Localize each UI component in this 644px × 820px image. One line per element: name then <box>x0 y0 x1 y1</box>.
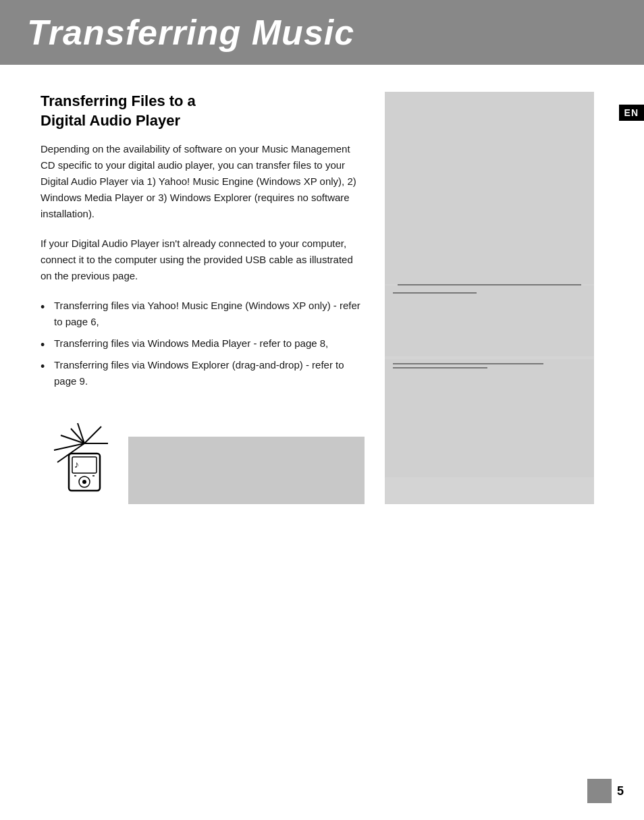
left-column: Transferring Files to a Digital Audio Pl… <box>41 92 365 504</box>
panel-short-divider-2 <box>393 367 487 368</box>
section-title: Transferring Files to a Digital Audio Pl… <box>41 92 365 130</box>
svg-line-1 <box>84 427 101 443</box>
panel-short-divider <box>393 292 477 294</box>
paragraph-1: Depending on the availability of softwar… <box>41 141 365 222</box>
header-banner: Transferring Music <box>0 0 644 65</box>
page-number-box <box>587 779 612 803</box>
list-item: Transferring files via Yahoo! Music Engi… <box>41 298 365 330</box>
bottom-gray-box <box>128 437 365 504</box>
svg-rect-7 <box>69 454 100 491</box>
panel-top-section: ♪ <box>385 92 594 284</box>
page-number-area: 5 <box>587 779 624 803</box>
svg-text:♪: ♪ <box>74 459 79 470</box>
panel-long-divider <box>393 363 543 364</box>
svg-point-10 <box>82 480 86 484</box>
list-item: Transferring files via Windows Media Pla… <box>41 335 365 352</box>
content-area: Transferring Files to a Digital Audio Pl… <box>0 65 644 531</box>
paragraph-2: If your Digital Audio Player isn't alrea… <box>41 236 365 284</box>
page-number: 5 <box>617 784 624 798</box>
list-item: Transferring files via Windows Explorer … <box>41 357 365 389</box>
page-title: Transferring Music <box>27 12 617 53</box>
panel-mid-section <box>385 285 594 356</box>
bottom-image-area: ♪ <box>41 416 365 504</box>
right-panel: ♪ <box>385 92 594 504</box>
bullet-list: Transferring files via Yahoo! Music Engi… <box>41 298 365 389</box>
panel-bot-section <box>385 359 594 477</box>
device-icon-large: ♪ <box>41 416 128 504</box>
